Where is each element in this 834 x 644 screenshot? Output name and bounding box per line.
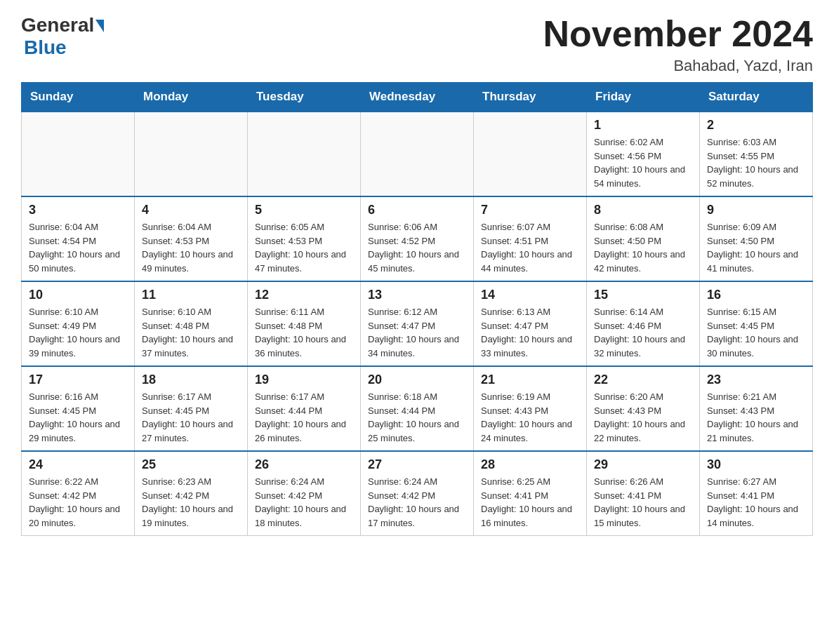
- week-row-4: 17Sunrise: 6:16 AMSunset: 4:45 PMDayligh…: [22, 366, 813, 451]
- day-info: Sunrise: 6:16 AMSunset: 4:45 PMDaylight:…: [29, 390, 127, 445]
- day-cell: [474, 112, 587, 196]
- day-number: 6: [368, 203, 466, 217]
- day-cell: 25Sunrise: 6:23 AMSunset: 4:42 PMDayligh…: [135, 451, 248, 536]
- day-cell: 13Sunrise: 6:12 AMSunset: 4:47 PMDayligh…: [361, 281, 474, 366]
- weekday-header-row: Sunday Monday Tuesday Wednesday Thursday…: [22, 83, 813, 112]
- day-cell: 7Sunrise: 6:07 AMSunset: 4:51 PMDaylight…: [474, 196, 587, 281]
- week-row-3: 10Sunrise: 6:10 AMSunset: 4:49 PMDayligh…: [22, 281, 813, 366]
- day-number: 10: [29, 288, 127, 302]
- day-cell: 16Sunrise: 6:15 AMSunset: 4:45 PMDayligh…: [700, 281, 813, 366]
- header-saturday: Saturday: [700, 83, 813, 112]
- day-cell: 10Sunrise: 6:10 AMSunset: 4:49 PMDayligh…: [22, 281, 135, 366]
- day-info: Sunrise: 6:09 AMSunset: 4:50 PMDaylight:…: [707, 220, 805, 275]
- day-number: 30: [707, 457, 805, 472]
- header-friday: Friday: [587, 83, 700, 112]
- day-number: 22: [594, 373, 692, 387]
- day-number: 4: [142, 203, 240, 217]
- page-header: General Blue November 2024 Bahabad, Yazd…: [21, 14, 813, 75]
- calendar-table: Sunday Monday Tuesday Wednesday Thursday…: [21, 82, 813, 536]
- day-cell: 14Sunrise: 6:13 AMSunset: 4:47 PMDayligh…: [474, 281, 587, 366]
- day-info: Sunrise: 6:13 AMSunset: 4:47 PMDaylight:…: [481, 305, 579, 360]
- logo: General Blue: [21, 14, 104, 59]
- day-number: 11: [142, 288, 240, 302]
- day-cell: [361, 112, 474, 196]
- day-cell: 2Sunrise: 6:03 AMSunset: 4:55 PMDaylight…: [700, 112, 813, 196]
- day-number: 2: [707, 118, 805, 133]
- day-info: Sunrise: 6:24 AMSunset: 4:42 PMDaylight:…: [255, 475, 353, 530]
- header-monday: Monday: [135, 83, 248, 112]
- day-cell: 12Sunrise: 6:11 AMSunset: 4:48 PMDayligh…: [248, 281, 361, 366]
- day-info: Sunrise: 6:21 AMSunset: 4:43 PMDaylight:…: [707, 390, 805, 445]
- day-info: Sunrise: 6:04 AMSunset: 4:53 PMDaylight:…: [142, 220, 240, 275]
- day-number: 9: [707, 203, 805, 217]
- day-cell: 27Sunrise: 6:24 AMSunset: 4:42 PMDayligh…: [361, 451, 474, 536]
- day-number: 13: [368, 288, 466, 302]
- day-cell: [22, 112, 135, 196]
- day-number: 8: [594, 203, 692, 217]
- week-row-1: 1Sunrise: 6:02 AMSunset: 4:56 PMDaylight…: [22, 112, 813, 196]
- day-cell: 17Sunrise: 6:16 AMSunset: 4:45 PMDayligh…: [22, 366, 135, 451]
- day-cell: 11Sunrise: 6:10 AMSunset: 4:48 PMDayligh…: [135, 281, 248, 366]
- day-info: Sunrise: 6:26 AMSunset: 4:41 PMDaylight:…: [594, 475, 692, 530]
- day-cell: 24Sunrise: 6:22 AMSunset: 4:42 PMDayligh…: [22, 451, 135, 536]
- day-cell: 18Sunrise: 6:17 AMSunset: 4:45 PMDayligh…: [135, 366, 248, 451]
- day-cell: [135, 112, 248, 196]
- day-cell: 3Sunrise: 6:04 AMSunset: 4:54 PMDaylight…: [22, 196, 135, 281]
- day-info: Sunrise: 6:20 AMSunset: 4:43 PMDaylight:…: [594, 390, 692, 445]
- day-info: Sunrise: 6:08 AMSunset: 4:50 PMDaylight:…: [594, 220, 692, 275]
- header-sunday: Sunday: [22, 83, 135, 112]
- day-info: Sunrise: 6:04 AMSunset: 4:54 PMDaylight:…: [29, 220, 127, 275]
- day-cell: 29Sunrise: 6:26 AMSunset: 4:41 PMDayligh…: [587, 451, 700, 536]
- day-info: Sunrise: 6:25 AMSunset: 4:41 PMDaylight:…: [481, 475, 579, 530]
- day-info: Sunrise: 6:05 AMSunset: 4:53 PMDaylight:…: [255, 220, 353, 275]
- day-number: 25: [142, 457, 240, 472]
- day-cell: 22Sunrise: 6:20 AMSunset: 4:43 PMDayligh…: [587, 366, 700, 451]
- day-info: Sunrise: 6:27 AMSunset: 4:41 PMDaylight:…: [707, 475, 805, 530]
- day-info: Sunrise: 6:10 AMSunset: 4:49 PMDaylight:…: [29, 305, 127, 360]
- day-info: Sunrise: 6:12 AMSunset: 4:47 PMDaylight:…: [368, 305, 466, 360]
- day-cell: 19Sunrise: 6:17 AMSunset: 4:44 PMDayligh…: [248, 366, 361, 451]
- day-info: Sunrise: 6:17 AMSunset: 4:44 PMDaylight:…: [255, 390, 353, 445]
- day-number: 19: [255, 373, 353, 387]
- month-title: November 2024: [543, 14, 813, 54]
- day-number: 24: [29, 457, 127, 472]
- day-info: Sunrise: 6:22 AMSunset: 4:42 PMDaylight:…: [29, 475, 127, 530]
- day-number: 29: [594, 457, 692, 472]
- day-number: 12: [255, 288, 353, 302]
- header-tuesday: Tuesday: [248, 83, 361, 112]
- day-info: Sunrise: 6:03 AMSunset: 4:55 PMDaylight:…: [707, 135, 805, 190]
- day-info: Sunrise: 6:14 AMSunset: 4:46 PMDaylight:…: [594, 305, 692, 360]
- day-cell: 28Sunrise: 6:25 AMSunset: 4:41 PMDayligh…: [474, 451, 587, 536]
- day-cell: 23Sunrise: 6:21 AMSunset: 4:43 PMDayligh…: [700, 366, 813, 451]
- day-number: 27: [368, 457, 466, 472]
- day-number: 26: [255, 457, 353, 472]
- logo-arrow-icon: [95, 20, 104, 32]
- day-number: 7: [481, 203, 579, 217]
- day-cell: 1Sunrise: 6:02 AMSunset: 4:56 PMDaylight…: [587, 112, 700, 196]
- header-thursday: Thursday: [474, 83, 587, 112]
- day-info: Sunrise: 6:23 AMSunset: 4:42 PMDaylight:…: [142, 475, 240, 530]
- day-cell: 21Sunrise: 6:19 AMSunset: 4:43 PMDayligh…: [474, 366, 587, 451]
- day-cell: 9Sunrise: 6:09 AMSunset: 4:50 PMDaylight…: [700, 196, 813, 281]
- day-number: 16: [707, 288, 805, 302]
- day-cell: 6Sunrise: 6:06 AMSunset: 4:52 PMDaylight…: [361, 196, 474, 281]
- day-cell: 15Sunrise: 6:14 AMSunset: 4:46 PMDayligh…: [587, 281, 700, 366]
- logo-general: General: [21, 14, 94, 36]
- week-row-2: 3Sunrise: 6:04 AMSunset: 4:54 PMDaylight…: [22, 196, 813, 281]
- day-info: Sunrise: 6:11 AMSunset: 4:48 PMDaylight:…: [255, 305, 353, 360]
- day-info: Sunrise: 6:17 AMSunset: 4:45 PMDaylight:…: [142, 390, 240, 445]
- day-info: Sunrise: 6:19 AMSunset: 4:43 PMDaylight:…: [481, 390, 579, 445]
- day-cell: 8Sunrise: 6:08 AMSunset: 4:50 PMDaylight…: [587, 196, 700, 281]
- day-cell: [248, 112, 361, 196]
- day-number: 21: [481, 373, 579, 387]
- day-info: Sunrise: 6:07 AMSunset: 4:51 PMDaylight:…: [481, 220, 579, 275]
- day-number: 20: [368, 373, 466, 387]
- logo-blue-text: Blue: [22, 36, 67, 59]
- header-wednesday: Wednesday: [361, 83, 474, 112]
- day-info: Sunrise: 6:06 AMSunset: 4:52 PMDaylight:…: [368, 220, 466, 275]
- day-number: 18: [142, 373, 240, 387]
- day-cell: 26Sunrise: 6:24 AMSunset: 4:42 PMDayligh…: [248, 451, 361, 536]
- title-area: November 2024 Bahabad, Yazd, Iran: [543, 14, 813, 75]
- day-cell: 20Sunrise: 6:18 AMSunset: 4:44 PMDayligh…: [361, 366, 474, 451]
- day-number: 5: [255, 203, 353, 217]
